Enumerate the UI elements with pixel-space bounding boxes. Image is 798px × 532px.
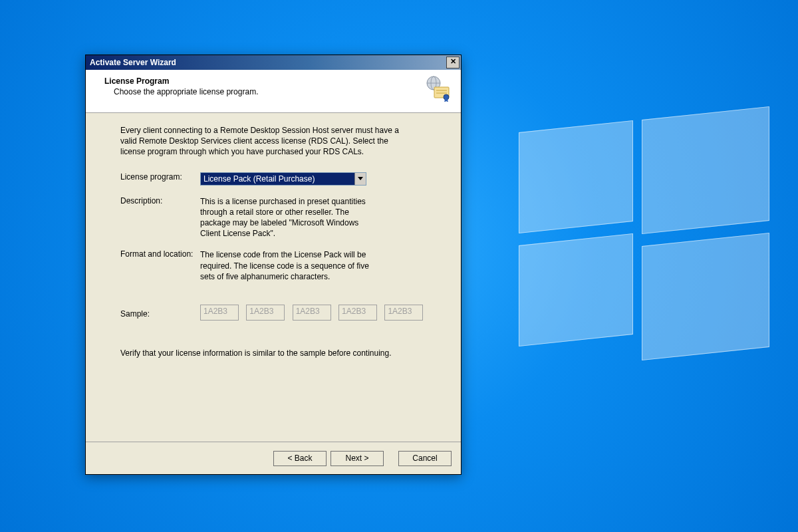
sample-code-5: 1A2B3 [384,305,423,321]
titlebar-title: Activate Server Wizard [90,58,446,67]
license-program-label: License program: [120,172,200,186]
close-button[interactable]: ✕ [446,57,460,68]
desktop-background: Activate Server Wizard ✕ License Program… [0,0,798,532]
format-value: The license code from the License Pack w… [200,249,373,282]
svg-point-6 [444,94,449,100]
titlebar[interactable]: Activate Server Wizard ✕ [86,55,461,70]
description-value: This is a license purchased in preset qu… [200,196,373,239]
verify-text: Verify that your license information is … [120,348,441,358]
sample-label: Sample: [120,309,200,319]
cancel-button[interactable]: Cancel [398,451,452,466]
license-program-selected-value: License Pack (Retail Purchase) [201,174,354,184]
sample-code-3: 1A2B3 [293,305,331,321]
wizard-footer: < Back Next > Cancel [86,442,461,474]
chevron-down-icon [354,173,366,185]
wizard-body: Every client connecting to a Remote Desk… [86,113,461,358]
license-program-dropdown[interactable]: License Pack (Retail Purchase) [200,172,366,186]
sample-code-4: 1A2B3 [338,305,377,321]
next-button[interactable]: Next > [331,451,384,466]
activate-server-wizard-dialog: Activate Server Wizard ✕ License Program… [85,55,462,475]
close-icon: ✕ [450,57,456,65]
header-heading: License Program [104,76,452,86]
back-button[interactable]: < Back [273,451,327,466]
header-subheading: Choose the appropriate license program. [114,87,452,96]
sample-code-1: 1A2B3 [200,305,239,321]
license-certificate-icon [425,75,452,102]
sample-code-group: 1A2B3 1A2B3 1A2B3 1A2B3 1A2B3 [200,306,428,322]
sample-code-2: 1A2B3 [246,305,285,321]
format-label: Format and location: [120,249,200,282]
wizard-header: License Program Choose the appropriate l… [86,70,461,113]
windows-logo-icon [519,106,771,346]
intro-text: Every client connecting to a Remote Desk… [120,125,406,158]
description-label: Description: [120,196,200,239]
